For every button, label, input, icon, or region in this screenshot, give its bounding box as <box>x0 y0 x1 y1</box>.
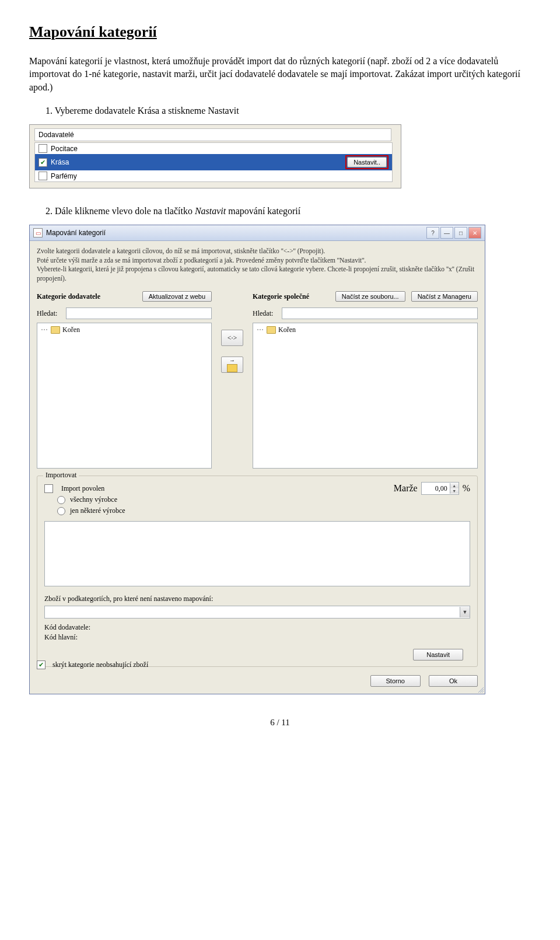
resize-grip-icon[interactable] <box>477 686 484 693</box>
tree-expand-icon[interactable]: ⋯ <box>41 326 48 334</box>
folder-icon <box>51 326 60 334</box>
titlebar: ▭ Mapování kategorií ? — □ ✕ <box>30 225 485 241</box>
page-title: Mapování kategorií <box>29 23 531 41</box>
storno-button[interactable]: Storno <box>370 675 421 687</box>
margin-label: Marže <box>394 483 418 494</box>
step-1: 1. Vybereme dodavatele Krása a stiskneme… <box>46 106 531 116</box>
maximize-icon[interactable]: □ <box>454 227 467 239</box>
search-input[interactable] <box>282 307 478 319</box>
supplier-code-label: Kód dodavatele: <box>44 623 103 632</box>
list-item[interactable]: Pocitace <box>35 143 392 154</box>
radio-icon[interactable] <box>57 496 65 504</box>
link-button[interactable]: <·> <box>221 330 243 346</box>
tree-expand-icon[interactable]: ⋯ <box>257 326 264 334</box>
tree-root-label: Kořen <box>278 326 296 334</box>
supplier-tree[interactable]: ⋯ Kořen <box>37 323 212 469</box>
supplier-categories-label: Kategorie dodavatele <box>37 292 100 301</box>
supplier-label: Krása <box>51 158 69 166</box>
import-legend: Importovat <box>43 471 79 480</box>
step-2: 2. Dále klikneme vlevo dole na tlačítko … <box>46 206 531 216</box>
search-label: Hledat: <box>253 309 278 318</box>
chevron-up-icon[interactable]: ▲ <box>450 483 459 488</box>
checkbox-icon[interactable]: ✔ <box>38 158 47 167</box>
tree-root-label: Kořen <box>62 326 80 334</box>
refresh-from-web-button[interactable]: Aktualizovat z webu <box>142 291 212 302</box>
manufacturers-list[interactable] <box>44 521 470 586</box>
load-from-file-button[interactable]: Načíst ze souboru... <box>335 291 405 302</box>
search-input[interactable] <box>66 307 212 319</box>
form-icon: ▭ <box>33 228 43 237</box>
some-manufacturers-label: jen některé výrobce <box>70 506 125 515</box>
hide-empty-label: skrýt kategorie neobsahující zboží <box>52 661 148 669</box>
ok-button[interactable]: Ok <box>429 675 478 687</box>
common-categories-label: Kategorie společné <box>253 292 309 301</box>
load-from-manager-button[interactable]: Načíst z Manageru <box>411 291 478 302</box>
suppliers-header: Dodavatelé <box>34 128 391 141</box>
info-text: Zvolte kategorii dodavatele a kategorii … <box>30 241 485 285</box>
search-label: Hledat: <box>37 309 62 318</box>
page-number: 6 / 11 <box>29 718 531 728</box>
subcategory-label: Zboží v podkategoriích, pro které není n… <box>44 595 470 603</box>
all-manufacturers-label: všechny výrobce <box>70 495 117 504</box>
chevron-down-icon[interactable]: ▼ <box>460 607 470 617</box>
supplier-label: Pocitace <box>51 145 78 153</box>
help-icon[interactable]: ? <box>426 227 439 239</box>
folder-icon <box>227 364 237 372</box>
main-code-label: Kód hlavní: <box>44 633 103 642</box>
nastavit-button[interactable]: Nastavit.. <box>347 157 387 167</box>
highlight-box: Nastavit.. <box>345 155 388 169</box>
intro-paragraph: Mapování kategorií je vlastnost, která u… <box>29 55 531 94</box>
checkbox-icon[interactable] <box>38 144 47 153</box>
list-item[interactable]: Parfémy <box>35 170 392 181</box>
folder-icon <box>267 326 276 334</box>
minimize-icon[interactable]: — <box>440 227 453 239</box>
margin-value: 0,00 <box>422 484 450 493</box>
list-item[interactable]: ✔ Krása Nastavit.. <box>35 154 392 170</box>
nastavit-button[interactable]: Nastavit <box>413 649 463 661</box>
mapping-window: ▭ Mapování kategorií ? — □ ✕ Zvolte kate… <box>29 225 485 694</box>
percent-label: % <box>463 483 470 494</box>
close-icon[interactable]: ✕ <box>468 227 481 239</box>
checkbox-icon[interactable]: ✔ <box>37 661 46 669</box>
window-title: Mapování kategorií <box>46 229 106 237</box>
suppliers-panel: Dodavatelé Pocitace ✔ Krása Nastavit.. P… <box>29 124 401 188</box>
import-group: Importovat Import povolen všechny výrobc… <box>37 476 478 667</box>
checkbox-icon[interactable] <box>44 484 53 493</box>
subcategory-combo[interactable]: ▼ <box>44 606 470 618</box>
chevron-down-icon[interactable]: ▼ <box>450 488 459 494</box>
supplier-label: Parfémy <box>51 172 77 180</box>
suppliers-list: Pocitace ✔ Krása Nastavit.. Parfémy <box>34 142 393 182</box>
arrow-right-icon: → <box>229 358 235 364</box>
copy-to-folder-button[interactable]: → <box>221 357 243 373</box>
radio-icon[interactable] <box>57 507 65 515</box>
import-enabled-label: Import povolen <box>61 484 104 493</box>
checkbox-icon[interactable] <box>38 172 47 180</box>
margin-stepper[interactable]: 0,00 ▲ ▼ <box>421 482 459 495</box>
common-tree[interactable]: ⋯ Kořen <box>253 323 478 469</box>
